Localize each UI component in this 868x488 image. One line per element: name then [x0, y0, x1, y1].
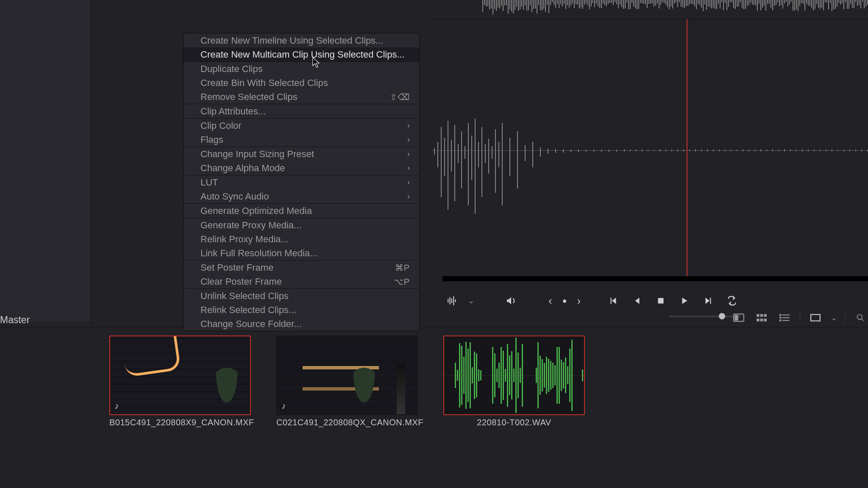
media-pool-clips: ♪ B015C491_220808X9_CANON.MXF ♪ C021C491…: [109, 336, 585, 427]
menu-item[interactable]: Remove Selected Clips⇧⌫: [184, 90, 419, 104]
svg-rect-18: [779, 319, 781, 321]
svg-rect-7: [734, 315, 738, 321]
loop-icon[interactable]: [726, 295, 737, 306]
chevron-right-icon: ›: [407, 164, 410, 172]
waveform-main: [432, 85, 868, 216]
menu-item-label: Link Full Resolution Media...: [200, 248, 317, 259]
menu-item[interactable]: Clip Color›: [184, 119, 419, 133]
menu-item-label: Flags: [200, 134, 223, 145]
menu-item[interactable]: Clear Poster Frame⌥P: [184, 274, 419, 288]
bin-view-toggles: ⌄: [731, 309, 868, 326]
chevron-right-icon: ›: [407, 192, 410, 201]
go-last-icon[interactable]: [703, 295, 714, 306]
viewer-top-divider: [432, 19, 868, 19]
menu-item[interactable]: Relink Proxy Media...: [184, 232, 419, 246]
menu-item[interactable]: Relink Selected Clips...: [184, 303, 419, 317]
menu-item[interactable]: Duplicate Clips: [184, 62, 419, 76]
svg-point-21: [857, 315, 862, 320]
step-back-icon[interactable]: [632, 295, 643, 306]
waveform-overview: [482, 0, 868, 13]
thumbnail-zoom-slider[interactable]: [669, 316, 741, 317]
svg-rect-20: [811, 314, 820, 321]
chevron-right-icon: ›: [407, 178, 410, 187]
menu-item[interactable]: Change Input Sizing Preset›: [184, 147, 419, 161]
svg-rect-15: [782, 314, 790, 315]
menu-item[interactable]: LUT›: [184, 175, 419, 189]
jog-prev-icon[interactable]: ‹: [548, 294, 552, 308]
playhead[interactable]: [687, 19, 687, 279]
menu-item[interactable]: Unlink Selected Clips: [184, 289, 419, 303]
source-viewer[interactable]: [432, 0, 868, 284]
jog-marker-icon[interactable]: ●: [562, 297, 567, 305]
clip-filename: B015C491_220808X9_CANON.MXF: [109, 418, 251, 427]
menu-item-label: Clear Poster Frame: [200, 276, 282, 287]
chevron-right-icon: ›: [407, 135, 410, 144]
svg-rect-8: [757, 314, 760, 317]
clip-thumbnail[interactable]: ♪: [276, 336, 418, 415]
menu-item[interactable]: Generate Optimized Media: [184, 204, 419, 218]
menu-item[interactable]: Change Alpha Mode›: [184, 161, 419, 175]
svg-rect-9: [760, 314, 763, 317]
svg-rect-5: [658, 298, 664, 304]
menu-item-label: LUT: [200, 177, 218, 188]
chevron-right-icon: ›: [407, 121, 410, 130]
clip-thumbnail[interactable]: ♪: [109, 336, 251, 415]
menu-item-label: Create Bin With Selected Clips: [200, 78, 328, 89]
bin-separator: [0, 327, 868, 327]
menu-item[interactable]: Create Bin With Selected Clips: [184, 76, 419, 90]
svg-rect-19: [782, 320, 790, 321]
clip-thumbnail[interactable]: [443, 336, 585, 415]
chevron-down-icon[interactable]: ⌄: [468, 296, 474, 305]
menu-item[interactable]: Create New Timeline Using Selected Clips…: [184, 33, 419, 47]
slider-knob[interactable]: [719, 313, 725, 319]
svg-line-22: [862, 319, 864, 321]
menu-item[interactable]: Generate Proxy Media...: [184, 218, 419, 232]
svg-rect-2: [451, 299, 452, 303]
svg-rect-3: [453, 296, 454, 305]
svg-rect-11: [757, 319, 760, 322]
menu-item[interactable]: Change Source Folder...: [184, 317, 419, 331]
menu-item[interactable]: Auto Sync Audio›: [184, 189, 419, 203]
menu-item-label: Change Source Folder...: [200, 319, 301, 330]
menu-item[interactable]: Link Full Resolution Media...: [184, 246, 419, 260]
list-view-icon[interactable]: [777, 312, 792, 324]
menu-item-shortcut: ⇧⌫: [390, 92, 410, 102]
svg-rect-4: [455, 299, 456, 302]
aspect-icon[interactable]: [808, 312, 823, 324]
menu-item[interactable]: Set Poster Frame⌘P: [184, 261, 419, 274]
menu-item[interactable]: Flags›: [184, 133, 419, 147]
volume-icon[interactable]: [506, 295, 517, 306]
svg-rect-17: [782, 317, 790, 318]
clip-item[interactable]: 220810-T002.WAV: [443, 336, 585, 427]
thumbnail-view-icon[interactable]: [754, 312, 769, 324]
jog-next-icon[interactable]: ›: [577, 294, 581, 308]
waveform-mode-icon[interactable]: [447, 295, 458, 306]
menu-item-label: Create New Multicam Clip Using Selected …: [200, 49, 405, 60]
menu-item[interactable]: Create New Multicam Clip Using Selected …: [184, 47, 419, 61]
viewer-scrubber[interactable]: [442, 276, 868, 281]
menu-item-label: Create New Timeline Using Selected Clips…: [200, 35, 384, 46]
menu-item-label: Relink Proxy Media...: [200, 234, 289, 245]
stop-icon[interactable]: [655, 295, 666, 306]
clip-item[interactable]: ♪ B015C491_220808X9_CANON.MXF: [109, 336, 251, 427]
clip-context-menu[interactable]: Create New Timeline Using Selected Clips…: [183, 33, 420, 331]
chevron-down-icon[interactable]: ⌄: [831, 313, 837, 322]
menu-item-label: Change Alpha Mode: [200, 163, 285, 174]
menu-item-label: Generate Optimized Media: [200, 205, 312, 216]
has-audio-icon: ♪: [281, 401, 286, 411]
clip-item[interactable]: ♪ C021C491_220808QX_CANON.MXF: [276, 336, 418, 427]
menu-item-label: Remove Selected Clips: [200, 92, 298, 103]
svg-rect-1: [450, 297, 451, 304]
go-first-icon[interactable]: [608, 295, 619, 306]
play-icon[interactable]: [679, 295, 690, 306]
bin-breadcrumb-master[interactable]: Master: [0, 314, 30, 326]
search-icon[interactable]: [853, 312, 868, 324]
menu-item-label: Clip Color: [200, 120, 242, 131]
chevron-right-icon: ›: [407, 150, 410, 158]
menu-item[interactable]: Clip Attributes...: [184, 104, 419, 118]
clip-filename: 220810-T002.WAV: [443, 418, 585, 427]
svg-rect-12: [760, 319, 763, 322]
metadata-view-icon[interactable]: [731, 312, 746, 324]
menu-item-shortcut: ⌘P: [395, 263, 410, 273]
menu-item-label: Change Input Sizing Preset: [200, 149, 314, 160]
